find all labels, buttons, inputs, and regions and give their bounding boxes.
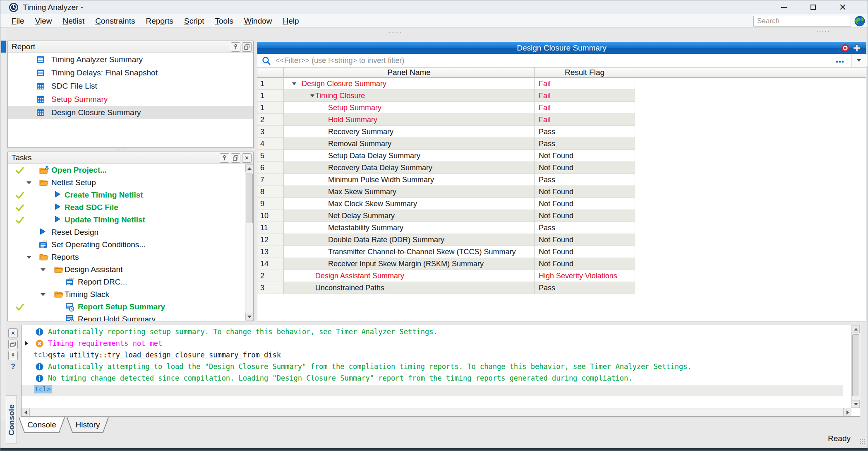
chevron-down-icon[interactable] xyxy=(26,181,31,184)
task-item[interactable]: Set Operating Conditions... xyxy=(8,239,245,251)
table-row[interactable]: 13Transmitter Channel-to-Channel Skew (T… xyxy=(257,246,635,258)
scroll-down-icon[interactable] xyxy=(852,400,860,408)
task-item[interactable]: Open Project... xyxy=(8,164,245,176)
float-panel-icon[interactable] xyxy=(242,42,252,52)
scroll-up-icon[interactable] xyxy=(245,164,253,172)
column-header-panel-name[interactable]: Panel Name xyxy=(284,68,535,78)
doc-title-bar[interactable]: Design Closure Summary xyxy=(257,42,866,54)
minimize-button[interactable] xyxy=(774,1,794,13)
report-item[interactable]: Timing Delays: Final Snapshot xyxy=(8,66,253,80)
menu-file[interactable]: File xyxy=(6,14,30,28)
menu-script[interactable]: Script xyxy=(179,14,210,28)
task-item[interactable]: Report Hold Summary xyxy=(8,313,245,321)
table-row[interactable]: 1Design Closure SummaryFail xyxy=(257,78,635,90)
tasks-panel-title: Tasks xyxy=(12,152,32,164)
float-panel-icon[interactable] xyxy=(231,153,240,163)
task-item[interactable]: Report Setup Summary xyxy=(8,301,245,313)
menu-window[interactable]: Window xyxy=(239,14,278,28)
report-item[interactable]: SDC File List xyxy=(8,80,253,93)
scroll-down-icon[interactable] xyxy=(245,313,253,321)
tab-console[interactable]: Console xyxy=(19,417,65,433)
tasks-scrollbar[interactable] xyxy=(245,164,253,321)
task-item[interactable]: Update Timing Netlist xyxy=(8,214,245,226)
table-row[interactable]: 5Setup Data Delay SummaryNot Found xyxy=(257,150,635,162)
table-row[interactable]: 12Double Data Rate (DDR) SummaryNot Foun… xyxy=(257,234,635,246)
task-item[interactable]: Timing Slack xyxy=(8,288,245,301)
table-row[interactable]: 8Max Skew SummaryNot Found xyxy=(257,186,635,198)
dock-handle-dots[interactable]: ⋅⋅⋅⋅⋅ xyxy=(388,31,403,34)
result-flag-cell: Fail xyxy=(535,102,635,113)
scroll-up-icon[interactable] xyxy=(852,325,860,333)
record-target-icon[interactable] xyxy=(841,44,849,52)
float-console-icon[interactable] xyxy=(8,340,18,349)
tcl-prompt[interactable]: tcl> xyxy=(34,385,52,393)
task-item[interactable]: Report DRC... xyxy=(8,276,245,288)
tcl-prompt-row[interactable]: tcl> xyxy=(22,385,843,396)
design-closure-summary-panel: Design Closure Summary Panel Name Result… xyxy=(257,42,866,321)
chevron-down-icon[interactable] xyxy=(41,268,46,271)
menu-reports[interactable]: Reports xyxy=(140,14,179,28)
column-header-rownum[interactable] xyxy=(257,68,284,78)
console-hscrollbar[interactable] xyxy=(22,408,851,416)
console-vscrollbar[interactable] xyxy=(851,325,860,408)
scrollbar-thumb[interactable] xyxy=(852,334,859,396)
chevron-down-icon[interactable] xyxy=(310,94,314,97)
report-item[interactable]: Timing Analyzer Summary xyxy=(8,53,253,66)
table-row[interactable]: 1Setup SummaryFail xyxy=(257,102,635,114)
table-row[interactable]: 4Removal SummaryPass xyxy=(257,138,635,150)
maximize-button[interactable] xyxy=(803,1,822,13)
close-button[interactable]: ✕ xyxy=(833,1,852,13)
task-item[interactable]: Reports xyxy=(8,251,245,263)
menu-constraints[interactable]: Constraints xyxy=(90,14,140,28)
scrollbar-thumb[interactable] xyxy=(246,174,253,223)
table-row[interactable]: 6Recovery Data Delay SummaryNot Found xyxy=(257,162,635,174)
task-item[interactable]: Create Timing Netlist xyxy=(8,189,245,201)
task-item[interactable]: Read SDC File xyxy=(8,201,245,214)
table-row[interactable]: 9Max Clock Skew SummaryNot Found xyxy=(257,198,635,210)
pin-icon[interactable] xyxy=(8,351,18,360)
filter-dropdown-button[interactable] xyxy=(851,54,866,67)
table-row[interactable]: 2Hold SummaryFail xyxy=(257,114,635,126)
new-window-plus-icon[interactable] xyxy=(853,44,861,52)
table-row[interactable]: 3Unconstrained PathsPass xyxy=(257,282,635,294)
table-row[interactable]: 3Recovery SummaryPass xyxy=(257,126,635,138)
filter-options-icon[interactable] xyxy=(835,58,844,65)
menu-netlist[interactable]: Netlist xyxy=(57,14,90,28)
table-row[interactable]: 10Net Delay SummaryNot Found xyxy=(257,210,635,222)
scroll-left-icon[interactable] xyxy=(22,408,30,416)
menu-tools[interactable]: Tools xyxy=(210,14,239,28)
chevron-down-icon[interactable] xyxy=(26,256,31,259)
task-item[interactable]: Design Assistant xyxy=(8,263,245,276)
chevron-down-icon[interactable] xyxy=(292,82,296,85)
tab-history[interactable]: History xyxy=(67,417,109,433)
report-item[interactable]: Setup Summary xyxy=(8,93,253,106)
panel-name-text: Recovery Data Delay Summary xyxy=(328,162,432,174)
close-console-icon[interactable]: ✕ xyxy=(8,328,18,338)
chevron-down-icon[interactable] xyxy=(41,293,46,296)
scroll-right-icon[interactable] xyxy=(843,408,851,416)
menu-help[interactable]: Help xyxy=(278,14,305,28)
table-row[interactable]: 2Design Assistant SummaryHigh Severity V… xyxy=(257,270,635,282)
table-row[interactable]: 11Metastability SummaryPass xyxy=(257,222,635,234)
expand-arrow-icon[interactable] xyxy=(25,341,28,346)
task-item[interactable]: Reset Design xyxy=(8,226,245,239)
report-item[interactable]: Design Closure Summary xyxy=(8,106,253,119)
filter-input[interactable] xyxy=(276,55,868,66)
dock-handle-dots[interactable]: ⋅⋅⋅⋅⋅ xyxy=(816,30,830,33)
splitter-handle-dots[interactable]: ⋅⋅⋅⋅⋅ xyxy=(113,148,127,152)
console-output: Automatically reporting setup summary. T… xyxy=(21,325,860,417)
search-input[interactable] xyxy=(753,16,851,27)
globe-icon[interactable] xyxy=(854,16,865,27)
help-icon[interactable]: ? xyxy=(8,362,18,371)
console-side-tab[interactable]: Console xyxy=(6,395,17,444)
column-header-result-flag[interactable]: Result Flag xyxy=(535,68,635,78)
pin-icon[interactable] xyxy=(220,153,229,163)
menu-view[interactable]: View xyxy=(30,14,58,28)
table-row[interactable]: 7Minimum Pulse Width SummaryPass xyxy=(257,174,635,186)
close-panel-icon[interactable]: ✕ xyxy=(242,153,252,163)
task-item[interactable]: Netlist Setup xyxy=(8,176,245,189)
resize-grip[interactable] xyxy=(859,439,866,445)
pin-icon[interactable] xyxy=(231,42,240,52)
table-row[interactable]: 1Timing ClosureFail xyxy=(257,90,635,102)
table-row[interactable]: 14Receiver Input Skew Margin (RSKM) Summ… xyxy=(257,258,635,270)
